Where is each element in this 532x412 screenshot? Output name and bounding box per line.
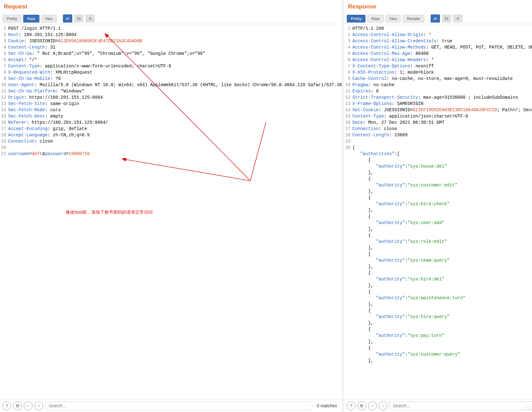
help-icon[interactable]: ? <box>3 401 11 410</box>
actions-icon-resp[interactable]: ⇄ <box>431 14 440 23</box>
newline-icon[interactable]: \n <box>74 14 84 23</box>
help-icon-resp[interactable]: ? <box>347 401 356 410</box>
prev-icon-resp[interactable]: ← <box>368 401 377 410</box>
request-code[interactable]: 1POST /login HTTP/1.12Host: 180.201.151.… <box>0 24 342 399</box>
search-input[interactable] <box>45 401 312 410</box>
tab-render-resp[interactable]: Render <box>403 15 424 23</box>
menu-icon[interactable]: ≡ <box>85 14 95 23</box>
tab-hex[interactable]: Hex <box>41 15 57 23</box>
newline-icon-resp[interactable]: \n <box>442 14 451 23</box>
response-panel: Response ▮▮ ☰ ▬ Pretty Raw Hex Render ⇄ … <box>344 0 532 412</box>
next-icon-resp[interactable]: → <box>379 401 387 410</box>
request-panel: Request Pretty Raw Hex ⇄ \n ≡ 1POST /log… <box>0 0 342 412</box>
menu-icon-resp[interactable]: ≡ <box>453 14 463 23</box>
response-title: Response <box>348 3 376 10</box>
tab-hex-resp[interactable]: Hex <box>386 15 401 23</box>
watermark: CSDN @DEFT1998 <box>524 406 532 411</box>
prev-icon[interactable]: ← <box>24 401 33 410</box>
response-code[interactable]: 1HTTP/1.1 2002Access-Control-Allow-Origi… <box>344 24 532 399</box>
tab-pretty[interactable]: Pretty <box>3 15 21 23</box>
gear-icon[interactable]: ⚙ <box>13 401 22 410</box>
gear-icon-resp[interactable]: ⚙ <box>357 401 366 410</box>
search-input-resp[interactable] <box>389 401 532 410</box>
response-toolbar: Pretty Raw Hex Render ⇄ \n ≡ <box>344 13 532 24</box>
tab-pretty-resp[interactable]: Pretty <box>347 15 366 23</box>
matches-label: 0 matches <box>314 403 340 408</box>
svg-line-2 <box>122 159 250 181</box>
next-icon[interactable]: → <box>34 401 43 410</box>
actions-icon[interactable]: ⇄ <box>63 14 72 23</box>
request-title: Request <box>4 3 27 10</box>
tab-raw-resp[interactable]: Raw <box>367 15 384 23</box>
annotation-text: 修改host前，添加了账号密码的请求正常访问 <box>66 209 153 215</box>
request-toolbar: Pretty Raw Hex ⇄ \n ≡ <box>0 13 342 24</box>
tab-raw[interactable]: Raw <box>23 15 39 23</box>
